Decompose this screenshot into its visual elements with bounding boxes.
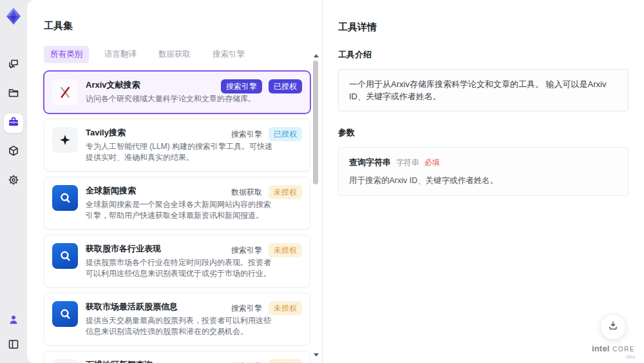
sidebar-item-models[interactable]	[4, 142, 23, 162]
sidebar	[0, 0, 27, 363]
category-badge: 搜索引擎	[221, 79, 262, 93]
category-tab[interactable]: 搜索引擎	[206, 46, 251, 63]
sparkle-star-icon	[52, 127, 78, 153]
briefcase-icon	[7, 115, 20, 131]
panel-icon	[7, 338, 20, 353]
user-icon	[7, 313, 20, 329]
tool-intro-text: 一个用于从Arxiv存储库搜索科学论文和文章的工具。 输入可以是Arxiv ID…	[338, 69, 629, 112]
gear-icon	[7, 173, 20, 189]
sidebar-nav	[4, 55, 23, 191]
brand-core: CORE	[612, 346, 635, 353]
brand-intel: intel	[592, 344, 610, 353]
cube-icon	[7, 144, 20, 160]
category-tab[interactable]: 语言翻译	[98, 46, 143, 63]
tool-card-list: Arxiv文献搜索 访问各个研究领域大量科学论文和文章的存储库。 搜索引擎 已授…	[44, 71, 310, 363]
category-badge: 搜索引擎	[231, 359, 262, 363]
tool-description: 提供股票市场各个行业在特定时间段内的表现。投资者可以利用这些信息来识别表现优于或…	[86, 257, 274, 279]
sidebar-bottom	[4, 311, 23, 355]
tool-card[interactable]: Tavily搜索 专为人工智能代理 (LLM) 构建的搜索引擎工具。可快速提供实…	[44, 119, 310, 172]
stock-search-logo-icon	[52, 243, 78, 269]
detail-title: 工具详情	[338, 21, 629, 34]
sidebar-item-profile[interactable]	[4, 311, 23, 331]
tool-card[interactable]: 获取股市各行业表现 提供股票市场各个行业在特定时间段内的表现。投资者可以利用这些…	[44, 235, 310, 288]
status-badge: 未授权	[269, 301, 302, 315]
tool-description: 专为人工智能代理 (LLM) 构建的搜索引擎工具。可快速提供实时、准确和真实的结…	[86, 141, 274, 163]
tool-description: 提供当天交易量最高的股票列表，投资者可以利用这些信息来识别流动性强的股票和潜在的…	[86, 315, 274, 337]
download-button[interactable]	[600, 314, 626, 340]
app-window: 工具集 所有类别 语言翻译 数据获取 搜索引擎	[0, 0, 644, 363]
tool-description: 全球新闻搜索是一个聚合全球各大新闻网站内容的搜索引擎，帮助用户快速获取全球最新资…	[86, 199, 274, 221]
param-name: 查询字符串	[349, 157, 391, 168]
param-description: 用于搜索的Arxiv ID、关键字或作者姓名。	[349, 175, 618, 186]
tool-list-panel: 工具集 所有类别 语言翻译 数据获取 搜索引擎	[27, 0, 322, 363]
intro-heading: 工具介绍	[338, 49, 629, 61]
param-list: 查询字符串 字符串 必填 用于搜索的Arxiv ID、关键字或作者姓名。	[338, 147, 629, 196]
intel-core-logo: intel CORE Ultra	[592, 343, 635, 359]
params-heading: 参数	[338, 127, 629, 139]
category-tab[interactable]: 数据获取	[152, 46, 197, 63]
param-item: 查询字符串 字符串 必填 用于搜索的Arxiv ID、关键字或作者姓名。	[338, 147, 629, 196]
corner-widgets: intel CORE Ultra	[592, 314, 635, 359]
newspaper-icon	[52, 359, 78, 363]
status-badge: 已授权	[269, 79, 302, 93]
sidebar-item-tools[interactable]	[4, 113, 23, 133]
category-badge: 搜索引擎	[231, 301, 262, 315]
brand-ultra: Ultra	[592, 355, 635, 359]
app-logo-diamond-icon[interactable]	[4, 6, 23, 26]
category-badge: 搜索引擎	[231, 243, 262, 257]
download-icon	[607, 320, 619, 334]
scroll-down-arrow-icon[interactable]	[314, 353, 319, 357]
tool-card[interactable]: 获取市场最活跃股票信息 提供当天交易量最高的股票列表，投资者可以利用这些信息来识…	[44, 293, 310, 346]
tool-card[interactable]: 万维地区新闻查询 查询具体行政区划内的新闻，快速了解各地新闻动态 搜索引擎 未授…	[44, 351, 310, 363]
list-scrollbar	[312, 54, 319, 357]
status-badge: 已授权	[269, 127, 302, 141]
scrollbar-thumb[interactable]	[313, 61, 318, 184]
sidebar-item-chat[interactable]	[4, 55, 23, 75]
scroll-up-arrow-icon[interactable]	[314, 54, 319, 57]
sidebar-item-files[interactable]	[4, 84, 23, 104]
sidebar-item-collapse[interactable]	[4, 336, 23, 355]
news-search-logo-icon	[52, 185, 78, 211]
category-badge: 搜索引擎	[231, 127, 262, 141]
param-type: 字符串	[396, 157, 419, 168]
category-tab[interactable]: 所有类别	[44, 46, 89, 63]
tool-detail-panel: 工具详情 工具介绍 一个用于从Arxiv存储库搜索科学论文和文章的工具。 输入可…	[322, 0, 644, 363]
chat-icon	[7, 57, 20, 73]
status-badge: 未授权	[269, 185, 302, 199]
main-content: 工具集 所有类别 语言翻译 数据获取 搜索引擎	[27, 0, 644, 363]
status-badge: 未授权	[269, 359, 302, 363]
status-badge: 未授权	[269, 243, 302, 257]
sidebar-item-settings[interactable]	[4, 172, 23, 191]
tool-card[interactable]: 全球新闻搜索 全球新闻搜索是一个聚合全球各大新闻网站内容的搜索引擎，帮助用户快速…	[44, 177, 310, 230]
tool-description: 访问各个研究领域大量科学论文和文章的存储库。	[86, 93, 256, 104]
page-title: 工具集	[44, 20, 322, 32]
category-tabs: 所有类别 语言翻译 数据获取 搜索引擎	[44, 46, 322, 63]
folder-icon	[7, 86, 20, 102]
tool-card[interactable]: Arxiv文献搜索 访问各个研究领域大量科学论文和文章的存储库。 搜索引擎 已授…	[44, 71, 310, 113]
param-required-badge: 必填	[424, 157, 440, 168]
arxiv-logo-icon	[52, 79, 78, 105]
category-badge: 数据获取	[231, 185, 262, 199]
stock-search-logo-icon	[52, 301, 78, 327]
